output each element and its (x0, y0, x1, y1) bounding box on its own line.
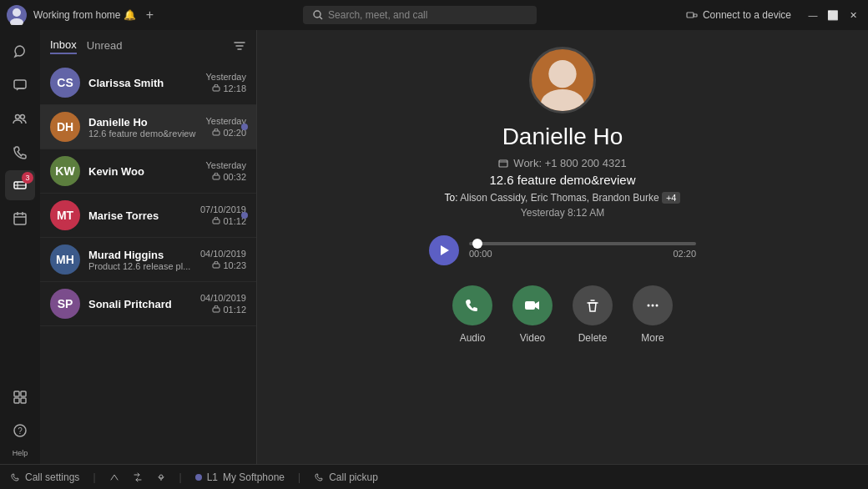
call-settings-item[interactable]: Call settings (10, 471, 79, 483)
svg-rect-30 (499, 160, 507, 167)
svg-rect-22 (213, 87, 220, 91)
audio-end-time: 02:20 (673, 249, 696, 259)
delete-icon-circle (573, 285, 613, 325)
video-call-icon-circle (512, 285, 553, 325)
statusbar: Call settings | | L1 My Softphone | Call… (0, 464, 868, 489)
recipients-names: Alison Cassidy, Eric Thomas, Brandon Bur… (460, 192, 659, 204)
contacts-tabs: Inbox Unread (50, 37, 122, 54)
contact-item[interactable]: MH Murad Higgins Product 12.6 release pl… (40, 238, 256, 282)
recipients-line: To: Alison Cassidy, Eric Thomas, Brandon… (445, 192, 681, 204)
titlebar-left: Working from home 🔔 + (7, 5, 154, 25)
player-bar: 00:00 02:20 (469, 242, 696, 259)
svg-point-7 (16, 115, 20, 119)
call-settings-label: Call settings (25, 471, 79, 483)
sidebar-item-activity[interactable] (5, 37, 35, 67)
contact-meta: Yesterday 00:32 (205, 160, 246, 182)
contact-date: Yesterday (205, 72, 246, 82)
voicemail-badge: 3 (22, 172, 33, 184)
svg-point-36 (159, 475, 163, 478)
titlebar-right: Call settings Connect to a device — ⬜ ✕ (686, 7, 861, 23)
app-title: Working from home 🔔 (33, 9, 136, 21)
svg-rect-26 (213, 264, 220, 268)
contact-card-name: Danielle Ho (502, 124, 623, 150)
progress-thumb (472, 239, 482, 249)
svg-rect-24 (213, 175, 220, 179)
svg-rect-19 (21, 398, 26, 403)
search-placeholder: Search, meet, and call (328, 9, 427, 21)
connect-device[interactable]: Call settings Connect to a device (686, 9, 791, 21)
softphone-item[interactable]: L1 My Softphone (195, 471, 285, 483)
svg-text:?: ? (18, 426, 23, 436)
unread-dot (241, 212, 248, 219)
divider-2: | (179, 471, 182, 483)
contact-item[interactable]: CS Clarissa Smith Yesterday 12:18 (40, 61, 256, 105)
audio-call-button[interactable]: Audio (452, 285, 492, 344)
sidebar-item-apps[interactable] (5, 382, 35, 412)
sidebar-item-teams[interactable] (5, 103, 35, 134)
contact-info: Murad Higgins Product 12.6 release pl... (88, 249, 192, 271)
contact-name: Marise Torres (88, 209, 192, 222)
contact-item[interactable]: MT Marise Torres 07/10/2019 01:12 (40, 194, 256, 238)
unread-dot (241, 124, 248, 130)
minimize-button[interactable]: — (805, 7, 821, 23)
softphone-label: My Softphone (223, 471, 285, 483)
sidebar-item-voicemail[interactable]: 3 (5, 170, 35, 200)
contact-avatar: KW (50, 156, 80, 186)
call-pickup-label: Call pickup (329, 471, 378, 483)
contact-item[interactable]: KW Kevin Woo Yesterday 00:32 (40, 149, 256, 194)
maximize-button[interactable]: ⬜ (825, 7, 841, 23)
progress-track[interactable] (469, 242, 696, 245)
contact-name: Clarissa Smith (88, 77, 197, 89)
contact-duration: 00:32 (212, 172, 246, 182)
recipients-more-badge: +4 (662, 192, 681, 204)
forward-icon-item2[interactable] (133, 472, 143, 482)
delete-button[interactable]: Delete (573, 285, 613, 344)
search-box[interactable]: Search, meet, and call (303, 6, 537, 24)
video-call-button[interactable]: Video (512, 285, 553, 344)
contact-item[interactable]: DH Danielle Ho 12.6 feature demo&review … (40, 105, 256, 149)
contact-avatar: SP (50, 289, 80, 319)
divider-3: | (298, 471, 300, 483)
svg-point-0 (13, 8, 21, 17)
contact-avatar: MT (50, 200, 80, 230)
sidebar-item-chat[interactable] (5, 70, 35, 100)
contact-info: Sonali Pritchard (88, 298, 192, 310)
contact-meta: 07/10/2019 01:12 (200, 204, 246, 226)
svg-rect-27 (213, 308, 220, 312)
call-pickup-item[interactable]: Call pickup (314, 471, 378, 483)
contact-duration: 02:20 (212, 128, 246, 138)
play-button[interactable] (429, 235, 459, 265)
avatar (7, 5, 27, 25)
softphone-status-dot (195, 474, 202, 481)
titlebar: Working from home 🔔 + Search, meet, and … (0, 0, 868, 30)
svg-line-3 (320, 17, 322, 19)
meeting-title: 12.6 feature demo&review (489, 173, 635, 187)
contact-preview: Product 12.6 release pl... (88, 261, 192, 271)
svg-rect-5 (694, 14, 697, 17)
message-timestamp: Yesterday 8:12 AM (521, 207, 604, 219)
audio-call-label: Audio (460, 332, 486, 344)
plus-icon[interactable]: + (146, 8, 154, 23)
contacts-list: CS Clarissa Smith Yesterday 12:18 DH Dan… (40, 61, 256, 464)
contact-meta: 04/10/2019 01:12 (200, 293, 246, 315)
mute-icon-item[interactable] (156, 472, 166, 482)
contact-item[interactable]: SP Sonali Pritchard 04/10/2019 01:12 (40, 282, 256, 326)
contact-duration: 01:12 (212, 216, 246, 226)
sidebar-item-calendar[interactable] (5, 204, 35, 234)
svg-point-35 (656, 305, 659, 307)
contact-date: Yesterday (205, 116, 246, 126)
svg-point-2 (314, 11, 320, 18)
close-button[interactable]: ✕ (845, 7, 861, 23)
search-area: Search, meet, and call (154, 6, 686, 24)
filter-icon[interactable] (233, 38, 246, 53)
softphone-prefix: L1 (207, 471, 218, 483)
tab-unread[interactable]: Unread (87, 38, 123, 53)
sidebar: 3 ? (0, 30, 40, 464)
forward-icon-item[interactable] (109, 472, 119, 482)
sidebar-item-calls[interactable] (5, 137, 35, 167)
sidebar-item-help[interactable]: ? (5, 416, 35, 446)
svg-rect-18 (14, 398, 19, 403)
more-button[interactable]: More (633, 285, 673, 344)
tab-inbox[interactable]: Inbox (50, 37, 77, 54)
audio-call-icon-circle (452, 285, 492, 325)
